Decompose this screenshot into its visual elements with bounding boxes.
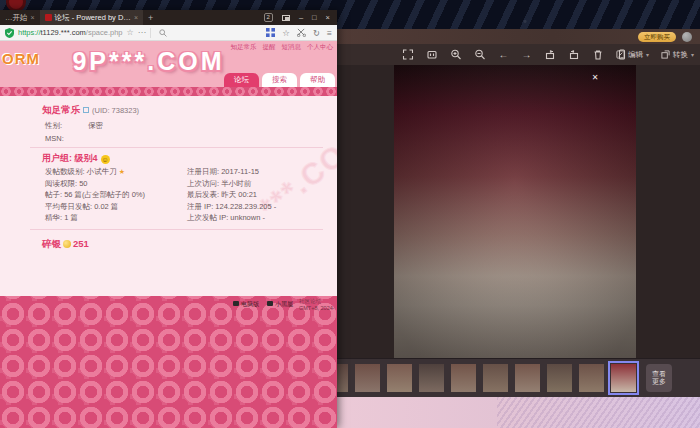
delete-trash-icon[interactable] [593, 49, 604, 60]
viewer-menus: 编辑▾ 转换▾ [616, 44, 694, 65]
viewer-toolbar: ← → 编辑▾ [330, 44, 700, 65]
forum-header: ORM 9P***.COM 知足常乐 提醒 短消息 个人中心 论坛 搜索 帮助 [0, 41, 337, 87]
thumbnail-placeholder[interactable] [515, 364, 540, 392]
user-links: 知足常乐 提醒 短消息 个人中心 [231, 43, 334, 52]
browser-window: …开始 × 论坛 - Powered by D… × + 2 – □ × [0, 10, 337, 428]
close-button[interactable]: × [326, 13, 330, 22]
overlay-close-icon[interactable]: ✕ [590, 73, 600, 83]
user-link-profile[interactable]: 个人中心 [307, 43, 333, 52]
smiley-icon: ☺ [101, 155, 110, 164]
footer-link-desktop[interactable]: 电脑版 [233, 300, 259, 309]
box-icon [267, 301, 273, 306]
forum-page: ORM 9P***.COM 知足常乐 提醒 短消息 个人中心 论坛 搜索 帮助 … [0, 41, 337, 428]
footer-links: 电脑版 小黑屋 [233, 300, 293, 309]
account-avatar[interactable] [682, 32, 692, 42]
stat-row: 注册 IP: 124.228.239.205 - [187, 201, 329, 213]
user-link-reminders[interactable]: 提醒 [263, 43, 276, 52]
decorative-ring-band [0, 87, 337, 96]
apps-grid-icon[interactable] [266, 28, 275, 37]
favorites-star-icon[interactable]: ☆ [282, 28, 290, 38]
thumbnail-selected[interactable] [611, 364, 636, 392]
nav-tab-search[interactable]: 搜索 [262, 73, 297, 87]
buy-now-button[interactable]: 立即购买 [638, 32, 676, 42]
download-count-badge[interactable]: 2 [264, 13, 273, 22]
currency-row: 碎银251 [42, 238, 89, 251]
thumbnail-strip: 查看 更多 [330, 358, 700, 397]
new-tab-button[interactable]: + [143, 13, 158, 23]
rotate-left-icon[interactable] [545, 49, 556, 60]
maximize-button[interactable]: □ [312, 13, 317, 22]
divider [30, 147, 323, 148]
checkbox-icon[interactable] [83, 107, 89, 113]
fullscreen-icon[interactable] [403, 49, 414, 60]
menu-hamburger-icon[interactable]: ≡ [327, 28, 332, 38]
browser-tab-bar: …开始 × 论坛 - Powered by D… × + 2 – □ × [0, 10, 337, 25]
chevron-down-icon: ▾ [691, 51, 694, 58]
coin-icon [63, 240, 71, 248]
uid-text: (UID: 738323) [92, 106, 139, 115]
image-placeholder[interactable]: ✕ [394, 65, 636, 358]
stat-row: 上次访问: 半小时前 [187, 178, 329, 190]
gender-row: 性别:保密 [45, 121, 103, 131]
stat-row: 精华: 1 篇 [45, 212, 187, 224]
thumbnail-placeholder[interactable] [419, 364, 444, 392]
tab-title: 论坛 - Powered by D… [55, 13, 131, 23]
browser-address-bar: https://t1129.***.com/space.php ☆ ⋯ ☆ [0, 25, 337, 41]
edit-pencil-icon [616, 50, 625, 59]
tab-title: …开始 [5, 13, 28, 23]
stats-left-column: 发帖数级别: 小试牛刀 ★ 阅读权限: 50 帖子: 56 篇(占全部帖子的 0… [45, 166, 187, 224]
thumbnail-placeholder[interactable] [451, 364, 476, 392]
stat-row: 上次发帖 IP: unknown - [187, 212, 329, 224]
convert-menu[interactable]: 转换▾ [661, 50, 694, 60]
actual-size-icon[interactable] [427, 49, 438, 60]
viewer-toolbar-icons: ← → [403, 44, 628, 65]
background-window-strip [330, 397, 700, 428]
user-link-messages[interactable]: 短消息 [282, 43, 302, 52]
profile-content: ***.COM 知足常乐(UID: 738323) 性别:保密 MSN: 用户组… [0, 96, 337, 296]
divider [150, 28, 151, 38]
edit-menu[interactable]: 编辑▾ [616, 50, 649, 60]
convert-icon [661, 50, 670, 59]
tab-close-icon[interactable]: × [134, 14, 138, 21]
more-options-icon[interactable]: ⋯ [138, 28, 146, 37]
nav-tab-forum[interactable]: 论坛 [224, 73, 259, 87]
url-text[interactable]: https://t1129.***.com/space.php [18, 28, 123, 37]
photo-viewer-window: 立即购买 ← → [330, 29, 700, 397]
thumbnail-placeholder[interactable] [483, 364, 508, 392]
footer-info: 社区论坛 GMT+8, 2024- [299, 298, 335, 312]
next-image-icon[interactable]: → [522, 49, 532, 60]
browser-tab-2-active[interactable]: 论坛 - Powered by D… × [40, 10, 143, 25]
chevron-down-icon: ▾ [646, 51, 649, 58]
stats-columns: 发帖数级别: 小试牛刀 ★ 阅读权限: 50 帖子: 56 篇(占全部帖子的 0… [45, 166, 329, 224]
browser-tab-1[interactable]: …开始 × [0, 10, 40, 25]
msn-row: MSN: [45, 134, 64, 143]
search-box[interactable] [155, 27, 263, 39]
footer-link-blackroom[interactable]: 小黑屋 [267, 300, 293, 309]
thumbnail-placeholder[interactable] [355, 364, 380, 392]
thumbnail-placeholder[interactable] [547, 364, 572, 392]
previous-image-icon[interactable]: ← [499, 49, 509, 60]
monitor-icon [233, 301, 239, 306]
view-more-button[interactable]: 查看 更多 [646, 364, 672, 392]
viewer-canvas: ✕ [330, 65, 700, 358]
nav-tab-help[interactable]: 帮助 [300, 73, 335, 87]
search-icon [159, 29, 167, 37]
tab-close-icon[interactable]: × [31, 14, 35, 21]
bookmark-star-icon[interactable]: ☆ [127, 28, 134, 37]
zoom-in-icon[interactable] [451, 49, 462, 60]
forum-footer: 电脑版 小黑屋 社区论坛 GMT+8, 2024- [0, 296, 337, 316]
window-controls: 2 – □ × [264, 13, 337, 22]
screenshot-scissors-icon[interactable] [297, 28, 306, 37]
divider [30, 229, 323, 230]
zoom-out-icon[interactable] [475, 49, 486, 60]
picture-in-picture-icon[interactable] [282, 15, 290, 21]
username[interactable]: 知足常乐 [42, 104, 80, 115]
thumbnail-placeholder[interactable] [387, 364, 412, 392]
refresh-icon[interactable]: ↻ [313, 28, 320, 38]
usergroup-row: 用户组: 级别4☺ [42, 152, 110, 165]
user-link-username[interactable]: 知足常乐 [231, 43, 257, 52]
viewer-title-bar: 立即购买 [330, 29, 700, 44]
thumbnail-placeholder[interactable] [579, 364, 604, 392]
minimize-button[interactable]: – [299, 13, 303, 22]
rotate-right-icon[interactable] [569, 49, 580, 60]
